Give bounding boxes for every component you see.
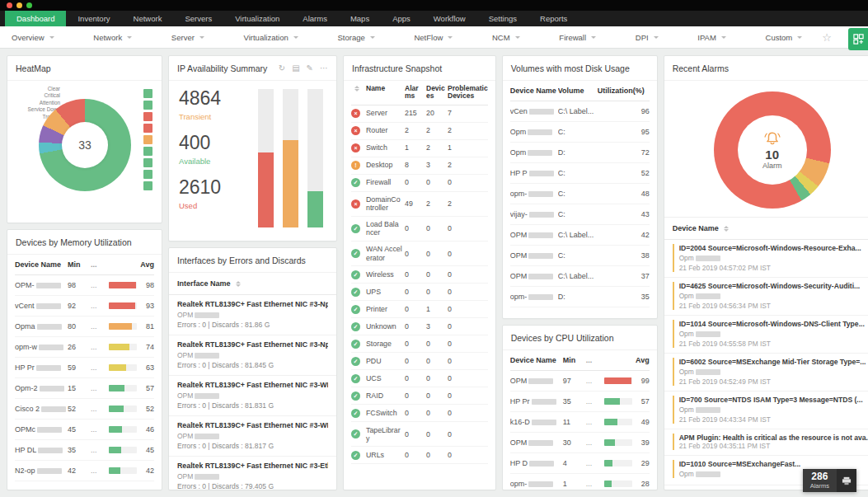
main-nav-item[interactable]: Workflow: [422, 11, 477, 26]
table-row[interactable]: HP Pr 35 ... 57: [510, 392, 650, 412]
heatmap-cell[interactable]: [143, 147, 152, 156]
table-row[interactable]: × Switch 1 2 1: [351, 140, 488, 157]
interface-list-item[interactable]: Realtek RTL8139C+ Fast Ethernet NIC #3-W…: [169, 376, 336, 416]
table-row[interactable]: OPM C:\ Label... 42: [510, 225, 650, 246]
alarm-list-item[interactable]: APM Plugin: Health is critical as the re…: [664, 429, 868, 456]
table-row[interactable]: ! Desktop 8 3 2: [351, 157, 488, 175]
dashboard-tab[interactable]: Virtualization: [244, 33, 298, 42]
table-row[interactable]: vCent 92 ... 93: [15, 296, 154, 316]
table-row[interactable]: OPM 30 ... 39: [510, 433, 650, 453]
dashboard-tab[interactable]: NCM: [492, 33, 520, 42]
heatmap-cell[interactable]: [143, 124, 152, 133]
favorite-star-icon[interactable]: ☆: [822, 32, 832, 43]
table-row[interactable]: Cisco 2 52 ... 52: [15, 399, 154, 420]
heatmap-cell[interactable]: [143, 112, 152, 121]
table-row[interactable]: OPM- 98 ... 98: [15, 275, 154, 296]
minimize-window-button[interactable]: [16, 2, 22, 8]
main-nav-item[interactable]: Servers: [173, 11, 223, 26]
table-row[interactable]: ✓ UPS 0 0 0: [351, 284, 488, 301]
edit-icon[interactable]: ✎: [307, 64, 313, 73]
table-row[interactable]: Opm-2 15 ... 57: [15, 378, 154, 399]
table-row[interactable]: Opma 80 ... 81: [15, 316, 154, 337]
heatmap-cell[interactable]: [143, 101, 152, 110]
alarm-list-item[interactable]: ID=6002 Source=MSExchange Mid-Tier Stora…: [664, 354, 868, 392]
list-header[interactable]: Interface Name: [169, 273, 336, 295]
heatmap-donut-chart[interactable]: 33: [39, 99, 131, 191]
table-row[interactable]: HP P C: 52: [510, 163, 650, 184]
table-row[interactable]: opm- D: 35: [510, 287, 650, 307]
ip-bar[interactable]: [283, 89, 298, 227]
heatmap-cell[interactable]: [143, 158, 152, 167]
main-nav-item[interactable]: Maps: [339, 11, 381, 26]
dashboard-tab[interactable]: Firewall: [559, 33, 596, 42]
table-row[interactable]: vCen C:\ Label... 96: [510, 101, 650, 122]
interface-list-item[interactable]: Realtek RTL8139C+ Fast Ethernet NIC #3-E…: [169, 457, 336, 490]
heatmap-cell[interactable]: [143, 170, 152, 179]
table-row[interactable]: ✓ Wireless 0 0 0: [351, 266, 488, 284]
table-row[interactable]: N2-op 42 ... 42: [15, 461, 154, 481]
table-row[interactable]: ✓ TapeLibrary 0 0 0: [351, 422, 488, 447]
alarm-list-item[interactable]: ID=700 Source=NTDS ISAM Type=3 Message=N…: [664, 392, 868, 429]
zoom-window-button[interactable]: [26, 2, 32, 8]
table-row[interactable]: HP Pr 59 ... 63: [15, 358, 154, 378]
report-icon[interactable]: ▤: [292, 64, 299, 73]
alarm-count-badge[interactable]: 286 Alarms: [803, 469, 856, 492]
dashboard-tab[interactable]: Custom: [766, 33, 803, 42]
table-row[interactable]: ✓ Firewall 0 0 0: [351, 175, 488, 192]
dashboard-tab[interactable]: Network: [93, 33, 132, 42]
table-row[interactable]: ✓ WAN Accelerator 0 0 0: [351, 241, 488, 266]
table-row[interactable]: OPM C:\ Label... 37: [510, 266, 650, 287]
add-widget-button[interactable]: [848, 28, 868, 50]
table-row[interactable]: Opm D: 72: [510, 143, 650, 163]
table-row[interactable]: opm- C: 48: [510, 184, 650, 204]
table-row[interactable]: ✓ PDU 0 0 0: [351, 353, 488, 370]
printer-icon[interactable]: [837, 469, 856, 492]
table-row[interactable]: vijay- C: 43: [510, 204, 650, 225]
table-row[interactable]: ✓ URLs 0 0 0: [351, 447, 488, 464]
heatmap-cell[interactable]: [143, 89, 152, 98]
interface-list-item[interactable]: Realtek RTL8139C+ Fast Ethernet NIC #3-W…: [169, 416, 336, 457]
sort-icon[interactable]: [236, 281, 241, 287]
table-row[interactable]: opm- 1 ... 28: [510, 474, 650, 490]
heatmap-cell[interactable]: [143, 181, 152, 190]
sort-icon[interactable]: [354, 86, 359, 91]
alarm-list-item[interactable]: ID=4625 Source=Microsoft-Windows-Securit…: [664, 278, 868, 316]
main-nav-item[interactable]: Virtualization: [223, 11, 291, 26]
list-header[interactable]: Device Name: [664, 217, 868, 240]
more-options-icon[interactable]: ⋯: [320, 64, 328, 73]
table-row[interactable]: ✓ UCS 0 0 0: [351, 370, 488, 387]
alarm-list-item[interactable]: ID=1014 Source=Microsoft-Windows-DNS-Cli…: [664, 316, 868, 354]
interface-list-item[interactable]: Realtek RTL8139C+ Fast Ethernet NIC #3-N…: [169, 335, 336, 376]
table-row[interactable]: ✓ Unknown 0 3 0: [351, 318, 488, 335]
sort-icon[interactable]: [724, 226, 729, 232]
main-nav-item[interactable]: Reports: [528, 11, 579, 26]
table-row[interactable]: × Server 215 20 7: [351, 105, 488, 123]
table-row[interactable]: ✓ Load Balancer 0 0 0: [351, 217, 488, 241]
table-row[interactable]: × Router 2 2 2: [351, 123, 488, 140]
table-row[interactable]: OPM C: 38: [510, 246, 650, 266]
main-nav-item[interactable]: Apps: [381, 11, 422, 26]
table-row[interactable]: OPM 97 ... 99: [510, 371, 650, 392]
dashboard-tab[interactable]: IPAM: [697, 33, 726, 42]
table-row[interactable]: opm-w 26 ... 74: [15, 337, 154, 358]
main-nav-item[interactable]: Settings: [477, 11, 528, 26]
dashboard-tab[interactable]: Server: [171, 33, 204, 42]
table-row[interactable]: k16-D 11 ... 49: [510, 412, 650, 433]
table-row[interactable]: ✓ RAID 0 0 0: [351, 387, 488, 405]
main-nav-item[interactable]: Network: [122, 11, 174, 26]
alarms-donut-chart[interactable]: 10 Alarm: [714, 91, 831, 209]
dashboard-tab[interactable]: NetFlow: [414, 33, 453, 42]
table-row[interactable]: ✓ Storage 0 0 0: [351, 335, 488, 353]
dashboard-tab[interactable]: DPI: [636, 33, 659, 42]
table-row[interactable]: × DomainController 49 2 2: [351, 192, 488, 217]
ip-bar[interactable]: [258, 89, 274, 227]
refresh-icon[interactable]: ↻: [279, 64, 285, 73]
heatmap-cell[interactable]: [143, 135, 152, 144]
table-row[interactable]: ✓ FCSwitch 0 0 0: [351, 405, 488, 422]
main-nav-item[interactable]: Alarms: [291, 11, 339, 26]
close-window-button[interactable]: [7, 2, 12, 8]
dashboard-tab[interactable]: Storage: [337, 33, 374, 42]
main-nav-item[interactable]: Inventory: [66, 11, 121, 26]
interface-list-item[interactable]: Realtek RTL8139C+ Fast Ethernet NIC #3-N…: [169, 295, 336, 335]
main-nav-item[interactable]: Dashboard: [5, 11, 66, 26]
